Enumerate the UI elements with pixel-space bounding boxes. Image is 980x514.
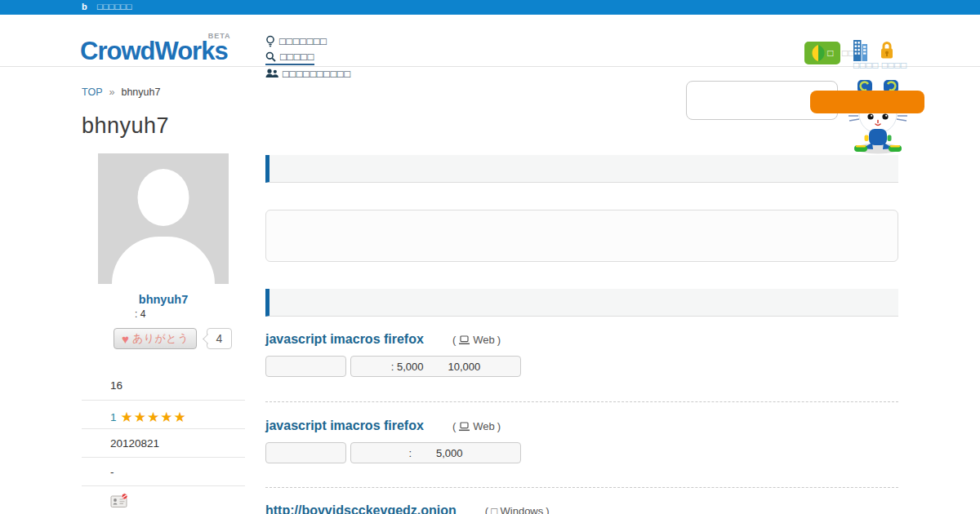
job-title-link[interactable]: http://bovvidscckevgedz.onion bbox=[265, 503, 457, 514]
stat-member-since: 20120821 bbox=[82, 428, 245, 457]
nav-post-job-label: □□□□□□□ bbox=[279, 35, 327, 47]
account-links[interactable]: □□□□ □□□□ bbox=[853, 60, 907, 71]
budget-label: : bbox=[408, 447, 412, 459]
job-listing: javascript imacros firefox ( Web ) : 5,0… bbox=[265, 419, 898, 463]
page: b □□□□□□ CrowdWorksBETA □□□□□□□ □□□□□ □□… bbox=[0, 0, 980, 514]
paren-open: ( bbox=[485, 505, 488, 514]
job-title-link[interactable]: javascript imacros firefox bbox=[265, 419, 424, 433]
people-icon bbox=[265, 69, 278, 78]
paren-open: ( bbox=[452, 334, 456, 346]
job-title-link[interactable]: javascript imacros firefox bbox=[265, 332, 424, 347]
breadcrumb-current: bhnyuh7 bbox=[121, 86, 160, 98]
heart-icon: ♥ bbox=[122, 333, 129, 345]
avatar bbox=[98, 153, 229, 284]
job-listing: http://bovvidscckevgedz.onion ( □ Window… bbox=[265, 503, 898, 514]
wakaba-icon bbox=[811, 44, 826, 62]
platform-label: Web bbox=[473, 420, 495, 432]
breadcrumb-top-link[interactable]: TOP bbox=[82, 86, 102, 98]
paren-close: ) bbox=[497, 334, 501, 346]
crowdworks-logo[interactable]: CrowdWorksBETA bbox=[80, 37, 228, 66]
paren-close: ) bbox=[546, 505, 549, 514]
windows-icon: □ bbox=[491, 505, 497, 514]
job-platform: ( □ Windows ) bbox=[485, 505, 550, 514]
nav-find-member[interactable]: □□□□□□□□□□ bbox=[265, 65, 351, 82]
main-nav: □□□□□□□ □□□□□ □□□□□□□□□□ bbox=[265, 33, 351, 82]
beginner-badge[interactable]: □ bbox=[804, 42, 840, 64]
job-category-pill bbox=[265, 442, 346, 463]
nav-post-job[interactable]: □□□□□□□ bbox=[265, 33, 327, 49]
profile-stats: 16 1 ★★★★★ 20120821 - bbox=[82, 371, 245, 514]
logo-text: CrowdWorks bbox=[80, 37, 228, 65]
avatar-torso-shape bbox=[112, 237, 215, 284]
breadcrumb: TOP » bhnyuh7 bbox=[82, 86, 160, 98]
job-separator bbox=[265, 401, 898, 402]
beginner-badge-label: □ bbox=[827, 47, 834, 59]
stat-id-verification bbox=[82, 485, 245, 514]
stat-reviews: 1 ★★★★★ bbox=[82, 400, 245, 428]
beta-badge: BETA bbox=[208, 32, 231, 40]
budget-value: 10,000 bbox=[448, 361, 481, 373]
user-meta: : 4 bbox=[135, 308, 145, 320]
about-box bbox=[265, 210, 898, 262]
id-card-unverified-icon bbox=[110, 493, 129, 508]
job-budget-pill: : 5,000 bbox=[350, 442, 521, 463]
section-header-profile bbox=[265, 155, 898, 183]
breadcrumb-separator: » bbox=[109, 86, 114, 98]
lightbulb-icon bbox=[265, 35, 275, 47]
cta-button[interactable] bbox=[810, 91, 924, 113]
laptop-icon bbox=[458, 422, 470, 432]
reviews-count: 1 bbox=[110, 411, 117, 423]
nav-find-job-label: □□□□□ bbox=[280, 51, 314, 63]
thanks-row: ♥ ありがとう 4 bbox=[114, 328, 232, 349]
building-icon bbox=[853, 39, 868, 62]
job-budget-pill: : 5,000 10,000 bbox=[350, 356, 521, 377]
nav-find-job[interactable]: □□□□□ bbox=[265, 49, 314, 65]
thanks-label: ありがとう bbox=[132, 331, 189, 346]
section-header-jobs bbox=[265, 289, 898, 317]
platform-label: Windows bbox=[501, 505, 544, 514]
job-platform: ( Web ) bbox=[452, 334, 501, 346]
topbar-logo-mark: b bbox=[82, 2, 87, 11]
avatar-head-shape bbox=[138, 169, 189, 226]
lock-icon bbox=[880, 40, 894, 60]
site-header: CrowdWorksBETA □□□□□□□ □□□□□ □□□□□□□□□□ … bbox=[0, 15, 980, 67]
paren-open: ( bbox=[452, 420, 456, 432]
job-separator bbox=[265, 487, 898, 488]
budget-label: : 5,000 bbox=[391, 361, 424, 373]
stat-last-login: - bbox=[82, 457, 245, 485]
job-category-pill bbox=[265, 356, 346, 377]
username-link[interactable]: bhnyuh7 bbox=[98, 293, 229, 306]
search-icon bbox=[265, 51, 276, 62]
budget-value: 5,000 bbox=[436, 447, 463, 459]
laptop-icon bbox=[458, 335, 470, 345]
nav-find-member-label: □□□□□□□□□□ bbox=[283, 68, 351, 80]
top-bar: b □□□□□□ bbox=[0, 0, 980, 15]
stat-jobs-count: 16 bbox=[82, 371, 245, 400]
job-platform: ( Web ) bbox=[452, 420, 501, 432]
platform-label: Web bbox=[473, 334, 495, 346]
job-listing: javascript imacros firefox ( Web ) : 5,0… bbox=[265, 332, 898, 377]
thanks-button[interactable]: ♥ ありがとう bbox=[114, 328, 197, 349]
page-title: bhnyuh7 bbox=[82, 113, 169, 139]
star-rating: ★★★★★ bbox=[121, 410, 187, 424]
paren-close: ) bbox=[497, 420, 501, 432]
topbar-label[interactable]: □□□□□□ bbox=[97, 2, 132, 11]
